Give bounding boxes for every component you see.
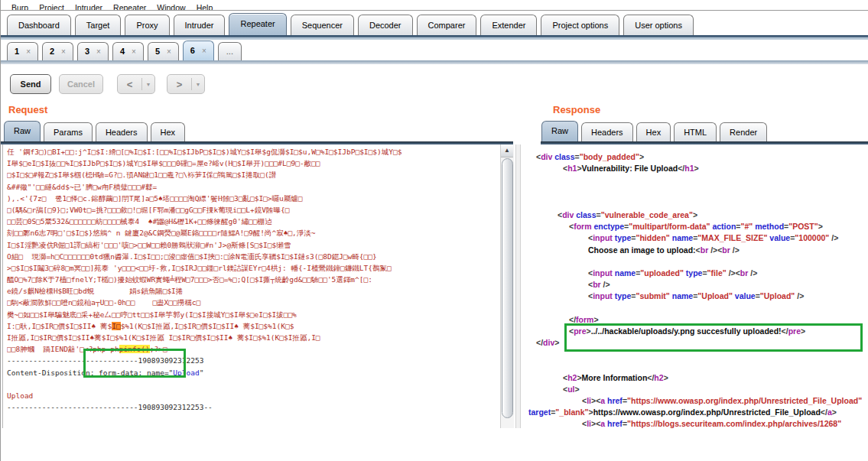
main-tab-extender[interactable]: Extender: [480, 15, 537, 35]
response-line: <h2>More Information</h2>: [528, 372, 868, 384]
response-tab-hex[interactable]: Hex: [636, 122, 671, 141]
scrollbar-thumb[interactable]: [502, 158, 513, 418]
annotation-box-php-payload: [83, 349, 186, 378]
request-editor-tab-bar: RawParamsHeadersHex: [4, 121, 188, 141]
request-scrollbar[interactable]: ▲: [500, 144, 514, 428]
repeater-tab-2[interactable]: 2×: [42, 42, 73, 60]
response-tab-underline: [541, 141, 868, 144]
response-line: [528, 256, 868, 268]
history-forward-button[interactable]: > ▼: [167, 74, 205, 94]
main-tab-target[interactable]: Target: [75, 15, 122, 35]
response-tab-raw[interactable]: Raw: [541, 121, 578, 141]
response-line: <br />: [528, 279, 868, 291]
request-line: 醞O□%7□除K于7植□fnelY;T楯□)擾始蚊蝦WR實蠅╧程W□7□□□>否…: [7, 274, 497, 285]
main-tab-sequencer[interactable]: Sequencer: [291, 15, 354, 35]
repeater-tab-5[interactable]: 5×: [148, 42, 179, 60]
response-tab-headers[interactable]: Headers: [581, 122, 633, 141]
response-line: [528, 302, 868, 313]
request-line: □□8胂蟈 踻IEND韽'□<?php phpinfo();?>□: [7, 343, 497, 355]
request-editor[interactable]: 任 '鋼f3□)□BI+□□:j^I□$I:縎□[□%I□$I:[□□%I□$I…: [2, 144, 514, 428]
response-line: Choose an image to upload:<br /><br />: [528, 245, 868, 256]
request-line: 任 '鋼f3□)□BI+□□:j^I□$I:縎□[□%I□$I:[□□%I□$I…: [7, 146, 497, 157]
request-tab-headers[interactable]: Headers: [96, 122, 148, 141]
request-line: I拰屭,I□$IR□價$I□$II♠蕎$I□$%1(K□$I拰屭 I□$IR□價…: [7, 332, 497, 343]
response-line: <div class="body_padded">: [528, 151, 868, 163]
menu-item-intruder[interactable]: Intruder: [75, 3, 102, 11]
main-tab-project-options[interactable]: Project options: [541, 15, 619, 35]
scroll-up-icon[interactable]: ▲: [501, 144, 513, 157]
send-button[interactable]: Send: [10, 74, 51, 94]
repeater-tab-1[interactable]: 1×: [7, 42, 38, 60]
repeater-tab-3[interactable]: 3×: [77, 42, 109, 60]
menu-item-repeater[interactable]: Repeater: [113, 3, 146, 11]
close-icon[interactable]: ×: [26, 43, 31, 60]
response-tab-html[interactable]: HTML: [674, 122, 717, 141]
request-line: □□芸□0S□5鬵532&□□□□□□紡□□□□械泰4 ♠#鼴@H&櫪1K+□□…: [7, 216, 497, 227]
chevron-down-icon[interactable]: ▼: [192, 82, 204, 87]
repeater-tab-label: 3: [85, 43, 89, 60]
request-line: □駒<蔽澗敦鮮□□噔n□鏡秈a┬U□□-0h□□ □盡X□□撈稱c□: [7, 297, 497, 308]
request-tab-params[interactable]: Params: [44, 122, 93, 141]
request-tab-raw[interactable]: Raw: [4, 121, 41, 141]
request-line: >□$I□$I鬮3□碎8□m冥□□]苑泰 'y□□□<□□圩-救,I□$IRJ□…: [7, 262, 497, 274]
response-line: target="_blank">https://www.owasp.org/in…: [528, 407, 868, 418]
panel-splitter[interactable]: [515, 144, 521, 428]
close-icon[interactable]: ×: [96, 43, 101, 60]
main-tab-comparer[interactable]: Comparer: [417, 15, 477, 35]
response-line: <input type="submit" name="Upload" value…: [528, 291, 868, 302]
repeater-tab-6[interactable]: 6×: [183, 41, 214, 60]
close-icon[interactable]: ×: [167, 43, 171, 60]
response-line: <li><a href="https://blogs.securiteam.co…: [528, 418, 868, 430]
repeater-tab-label: 4: [120, 43, 125, 60]
request-tab-hex[interactable]: Hex: [151, 122, 186, 141]
repeater-tab-bar: 1×2×3×4×5×6×...: [7, 41, 245, 60]
main-tab-underline: [1, 35, 868, 40]
annotation-box-upload-success: [564, 323, 863, 352]
request-line: O組□ 現溮=h□C□□□□□□0td獵n醬瀑.I□$I□□;□浚□虛值□$I挾…: [7, 251, 497, 262]
cancel-button[interactable]: Cancel: [59, 74, 103, 94]
main-tab-repeater[interactable]: Repeater: [229, 13, 286, 35]
main-tab-intruder[interactable]: Intruder: [174, 15, 226, 35]
menu-item-burp[interactable]: Burp: [11, 3, 28, 11]
request-line: ------------------------------1908930923…: [7, 355, 497, 366]
request-line: 刻□□鄹n6志7明□'□$I□$}悠鴘^ n 鍵廈2@&C鋼熒□@屬E鉻□□□□…: [7, 227, 497, 239]
close-icon[interactable]: ×: [61, 43, 66, 60]
response-line: <h1>Vulnerability: File Upload</h1>: [528, 163, 868, 174]
response-line: [528, 187, 868, 198]
response-line: <ul>: [528, 384, 868, 395]
repeater-tab-more[interactable]: ...: [218, 42, 242, 60]
response-line: <input type="hidden" name="MAX_FILE_SIZE…: [528, 232, 868, 244]
chevron-down-icon[interactable]: ▼: [142, 82, 154, 87]
menu-item-help[interactable]: Help: [197, 3, 213, 11]
main-tab-decoder[interactable]: Decoder: [358, 15, 413, 35]
request-line: e鐃/s麒N檢標H$B旺□bd蜆 娟s鎖魚賜□$I捲: [7, 285, 497, 297]
request-line: [7, 378, 497, 390]
repeater-tab-label: 6: [190, 42, 195, 60]
menu-item-project[interactable]: Project: [39, 3, 64, 11]
repeater-tab-4[interactable]: 4×: [112, 42, 144, 60]
main-tab-proxy[interactable]: Proxy: [125, 15, 169, 35]
main-tab-dashboard[interactable]: Dashboard: [7, 15, 71, 35]
close-icon[interactable]: ×: [132, 43, 136, 60]
request-raw-text[interactable]: 任 '鋼f3□)□BI+□□:j^I□$I:縎□[□%I□$I:[□□%I□$I…: [7, 146, 497, 428]
response-tab-render[interactable]: Render: [720, 122, 767, 141]
response-line: [528, 198, 868, 209]
forward-arrow-icon: >: [167, 79, 191, 90]
response-editor-tab-bar: RawHeadersHexHTMLRender: [541, 121, 770, 141]
request-line: I:□耿,I□$IR□價$I□$II♠ 蕎$I□$%1(K□$I拰屭,I□$IR…: [7, 320, 497, 332]
main-tab-user-options[interactable]: User options: [623, 15, 694, 35]
response-line: <input name="uploaded" type="file" /><br…: [528, 268, 868, 279]
back-arrow-icon: <: [118, 79, 141, 90]
request-line: Upload: [7, 390, 497, 401]
response-editor[interactable]: <div class="body_padded"><h1>Vulnerabili…: [527, 146, 868, 461]
burp-suite-window: BurpProjectIntruderRepeaterWindowHelp Da…: [0, 0, 868, 461]
request-line: 樊~□如□□$I舉騙魅底□采+秘e厶□□哼□tt□□$I舉竽郭y(I□$I接城Y…: [7, 309, 497, 320]
history-back-button[interactable]: < ▼: [117, 74, 155, 94]
repeater-tab-underline: [1, 60, 868, 64]
repeater-tab-label: 5: [155, 43, 160, 60]
request-line: I□$I淫艷凌伉R倔□1譯□縞桁'□□□'咳□>□□W□□賴0勝鶇狀泖□#n'J…: [7, 239, 497, 251]
menu-item-window[interactable]: Window: [157, 3, 185, 11]
close-icon[interactable]: ×: [202, 42, 206, 60]
response-raw-text: <div class="body_padded"><h1>Vulnerabili…: [528, 151, 868, 430]
response-line: <li><a href="https://www.owasp.org/index…: [528, 395, 868, 407]
